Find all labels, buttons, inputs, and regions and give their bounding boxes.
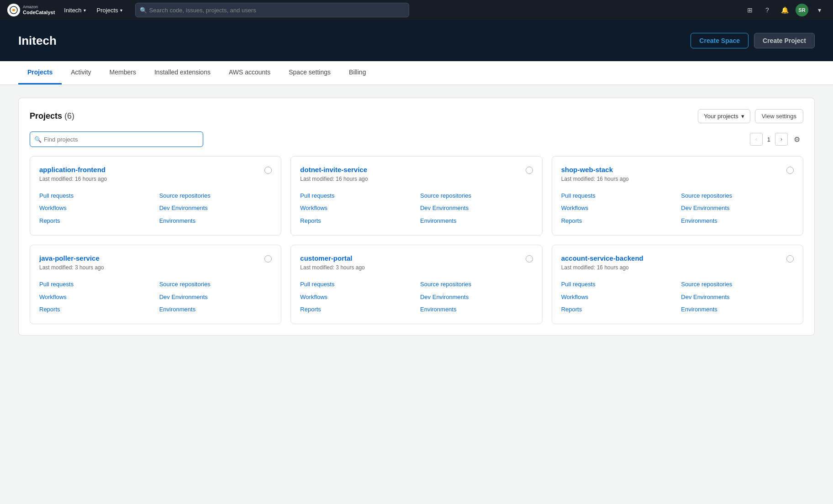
filter-chevron-icon: ▾ (741, 113, 744, 120)
project-link-java-poller-service-src[interactable]: Source repositories (159, 279, 272, 289)
pagination-prev-button[interactable]: ‹ (750, 133, 763, 146)
project-link-customer-portal-wf[interactable]: Workflows (300, 292, 413, 302)
project-link-account-service-backend-wf[interactable]: Workflows (561, 292, 674, 302)
project-link-customer-portal-env[interactable]: Environments (420, 304, 533, 315)
project-links-java-poller-service: Pull requests Source repositories Workfl… (39, 279, 272, 315)
project-name-java-poller-service[interactable]: java-poller-service (39, 254, 100, 262)
project-link-account-service-backend-de[interactable]: Dev Environments (681, 292, 794, 302)
logo-text: Amazon CodeCatalyst (23, 5, 55, 16)
create-project-button[interactable]: Create Project (754, 33, 815, 48)
project-link-shop-web-stack-env[interactable]: Environments (681, 215, 794, 226)
project-link-dotnet-invite-service-env[interactable]: Environments (420, 215, 533, 226)
project-radio-java-poller-service[interactable] (264, 255, 272, 262)
tab-projects[interactable]: Projects (18, 61, 62, 84)
tab-members[interactable]: Members (100, 61, 145, 84)
project-name-account-service-backend[interactable]: account-service-backend (561, 254, 643, 262)
nav-right-actions: ⊞ ? 🔔 SR ▾ (743, 4, 826, 16)
avatar[interactable]: SR (796, 4, 808, 16)
project-card-application-frontend: application-frontend Last modified: 16 h… (30, 156, 281, 236)
project-link-application-frontend-wf[interactable]: Workflows (39, 203, 152, 213)
project-radio-shop-web-stack[interactable] (786, 167, 794, 174)
logo-codecatalyst: CodeCatalyst (23, 10, 55, 16)
project-card-header-shop-web-stack: shop-web-stack (561, 166, 794, 174)
project-link-customer-portal-rep[interactable]: Reports (300, 304, 413, 315)
project-link-shop-web-stack-pr[interactable]: Pull requests (561, 190, 674, 201)
project-link-shop-web-stack-rep[interactable]: Reports (561, 215, 674, 226)
project-link-java-poller-service-de[interactable]: Dev Environments (159, 292, 272, 302)
view-settings-button[interactable]: View settings (755, 109, 803, 123)
project-radio-application-frontend[interactable] (264, 167, 272, 174)
nav-initech[interactable]: Initech ▾ (60, 5, 89, 16)
project-link-application-frontend-de[interactable]: Dev Environments (159, 203, 272, 213)
project-search-input[interactable] (30, 131, 203, 147)
project-link-shop-web-stack-de[interactable]: Dev Environments (681, 203, 794, 213)
project-link-java-poller-service-rep[interactable]: Reports (39, 304, 152, 315)
project-link-shop-web-stack-src[interactable]: Source repositories (681, 190, 794, 201)
project-card-account-service-backend: account-service-backend Last modified: 1… (552, 245, 803, 324)
project-links-customer-portal: Pull requests Source repositories Workfl… (300, 279, 532, 315)
project-link-application-frontend-src[interactable]: Source repositories (159, 190, 272, 201)
projects-panel-header: Projects (6) Your projects ▾ View settin… (30, 109, 803, 123)
pagination-next-button[interactable]: › (775, 133, 788, 146)
notifications-icon[interactable]: 🔔 (778, 4, 791, 16)
projects-chevron-icon: ▾ (120, 8, 122, 13)
project-name-customer-portal[interactable]: customer-portal (300, 254, 352, 262)
main-content: Projects (6) Your projects ▾ View settin… (0, 85, 833, 348)
initech-chevron-icon: ▾ (84, 8, 86, 13)
project-link-java-poller-service-env[interactable]: Environments (159, 304, 272, 315)
project-link-account-service-backend-src[interactable]: Source repositories (681, 279, 794, 289)
project-link-application-frontend-env[interactable]: Environments (159, 215, 272, 226)
project-card-header-customer-portal: customer-portal (300, 254, 532, 262)
project-name-application-frontend[interactable]: application-frontend (39, 166, 105, 173)
projects-header-right: Your projects ▾ View settings (698, 109, 803, 123)
project-link-application-frontend-rep[interactable]: Reports (39, 215, 152, 226)
project-card-header-dotnet-invite-service: dotnet-invite-service (300, 166, 532, 174)
projects-filter-dropdown[interactable]: Your projects ▾ (698, 109, 750, 123)
top-nav: Amazon CodeCatalyst Initech ▾ Projects ▾… (0, 0, 833, 20)
project-link-dotnet-invite-service-wf[interactable]: Workflows (300, 203, 413, 213)
grid-icon[interactable]: ⊞ (743, 4, 756, 16)
projects-panel-title: Projects (6) (30, 111, 74, 121)
project-card-header-java-poller-service: java-poller-service (39, 254, 272, 262)
avatar-chevron-icon[interactable]: ▾ (813, 4, 826, 16)
help-icon[interactable]: ? (761, 4, 774, 16)
project-radio-account-service-backend[interactable] (786, 255, 794, 262)
project-modified-customer-portal: Last modified: 3 hours ago (300, 264, 532, 271)
nav-projects[interactable]: Projects ▾ (93, 5, 126, 16)
tab-billing[interactable]: Billing (340, 61, 375, 84)
hero-header: Initech Create Space Create Project (0, 20, 833, 61)
project-links-dotnet-invite-service: Pull requests Source repositories Workfl… (300, 190, 532, 226)
project-card-java-poller-service: java-poller-service Last modified: 3 hou… (30, 245, 281, 324)
project-radio-customer-portal[interactable] (526, 255, 533, 262)
nav-search-input[interactable] (135, 3, 409, 17)
project-link-dotnet-invite-service-src[interactable]: Source repositories (420, 190, 533, 201)
tabs-bar: Projects Activity Members Installed exte… (0, 61, 833, 85)
project-name-shop-web-stack[interactable]: shop-web-stack (561, 166, 613, 173)
project-link-customer-portal-de[interactable]: Dev Environments (420, 292, 533, 302)
project-link-account-service-backend-rep[interactable]: Reports (561, 304, 674, 315)
project-card-header-application-frontend: application-frontend (39, 166, 272, 174)
project-links-account-service-backend: Pull requests Source repositories Workfl… (561, 279, 794, 315)
tab-activity[interactable]: Activity (62, 61, 100, 84)
project-name-dotnet-invite-service[interactable]: dotnet-invite-service (300, 166, 367, 173)
project-link-dotnet-invite-service-de[interactable]: Dev Environments (420, 203, 533, 213)
project-link-application-frontend-pr[interactable]: Pull requests (39, 190, 152, 201)
project-link-customer-portal-src[interactable]: Source repositories (420, 279, 533, 289)
project-modified-shop-web-stack: Last modified: 16 hours ago (561, 176, 794, 182)
tab-installed-extensions[interactable]: Installed extensions (145, 61, 220, 84)
project-link-customer-portal-pr[interactable]: Pull requests (300, 279, 413, 289)
project-link-dotnet-invite-service-pr[interactable]: Pull requests (300, 190, 413, 201)
project-link-account-service-backend-pr[interactable]: Pull requests (561, 279, 674, 289)
project-link-shop-web-stack-wf[interactable]: Workflows (561, 203, 674, 213)
tab-aws-accounts[interactable]: AWS accounts (220, 61, 279, 84)
project-link-account-service-backend-env[interactable]: Environments (681, 304, 794, 315)
project-radio-dotnet-invite-service[interactable] (526, 167, 533, 174)
project-modified-java-poller-service: Last modified: 3 hours ago (39, 264, 272, 271)
projects-grid: application-frontend Last modified: 16 h… (30, 156, 803, 324)
display-settings-icon[interactable]: ⚙ (791, 133, 803, 146)
project-link-java-poller-service-wf[interactable]: Workflows (39, 292, 152, 302)
project-link-java-poller-service-pr[interactable]: Pull requests (39, 279, 152, 289)
project-link-dotnet-invite-service-rep[interactable]: Reports (300, 215, 413, 226)
tab-space-settings[interactable]: Space settings (279, 61, 340, 84)
create-space-button[interactable]: Create Space (691, 33, 749, 48)
